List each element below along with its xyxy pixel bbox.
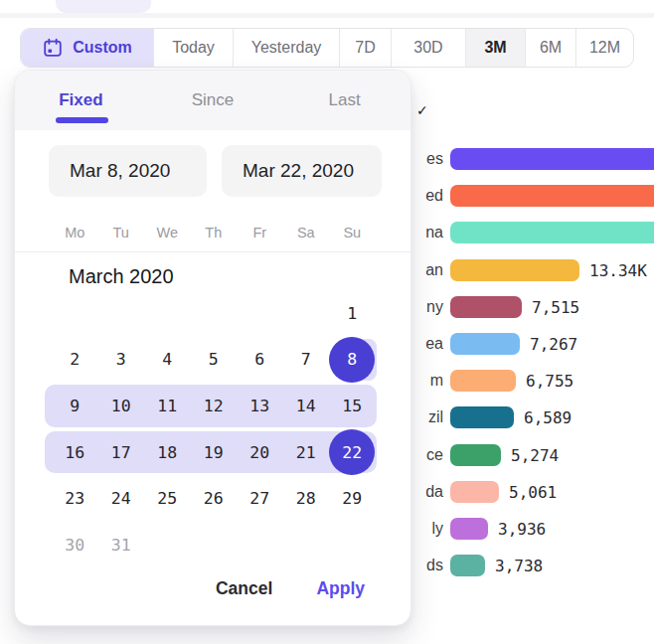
range-preset-30d[interactable]: 30D — [392, 29, 466, 67]
day-cell-22[interactable]: 22 — [329, 429, 376, 476]
calendar-icon — [42, 37, 64, 59]
day-cell-5[interactable]: 5 — [191, 337, 238, 384]
bar-zil[interactable] — [450, 406, 514, 428]
chart-row: zil6,589 — [417, 406, 654, 428]
bar-value: 6,755 — [526, 370, 573, 392]
day-cell-7[interactable]: 7 — [283, 337, 330, 384]
chart-row: ds3,738 — [417, 555, 654, 576]
day-cell-12[interactable]: 12 — [191, 383, 238, 429]
chart-row: ny7,515 — [417, 296, 654, 318]
bar-value: 13.34K — [589, 259, 647, 281]
day-cell-25[interactable]: 25 — [144, 475, 191, 522]
weekday-label: Th — [191, 225, 238, 241]
day-cell-13[interactable]: 13 — [237, 383, 283, 429]
bar-value: 7,515 — [532, 296, 579, 318]
day-cell-10[interactable]: 10 — [98, 383, 145, 429]
weekday-label: Sa — [283, 225, 330, 241]
day-cell-2[interactable]: 2 — [52, 337, 98, 384]
active-tab-underline — [56, 117, 108, 123]
weekday-label: Fr — [237, 225, 283, 241]
range-preset-custom[interactable]: Custom — [21, 29, 154, 67]
bar-value: 5,274 — [511, 444, 559, 466]
bar-m[interactable] — [450, 370, 516, 392]
range-preset-label: 12M — [589, 39, 620, 57]
range-preset-label: 6M — [540, 39, 562, 57]
chart-row: ce5,274 — [417, 444, 654, 466]
bar-an[interactable] — [450, 259, 579, 281]
day-cell-18[interactable]: 18 — [144, 429, 191, 476]
day-cell-14[interactable]: 14 — [283, 383, 330, 429]
weekday-label: Su — [329, 225, 376, 241]
day-cell-4[interactable]: 4 — [144, 337, 191, 384]
day-cell-1[interactable]: 1 — [329, 290, 376, 337]
bar-ea[interactable] — [450, 333, 520, 355]
popup-footer: Cancel Apply — [216, 578, 365, 599]
bar-ed[interactable] — [450, 185, 654, 207]
day-cell-20[interactable]: 20 — [237, 429, 283, 476]
empty-cell — [283, 522, 330, 568]
bar-label: ea — [417, 333, 443, 355]
weekday-label: Mo — [52, 225, 98, 241]
day-cell-19[interactable]: 19 — [191, 429, 238, 476]
day-cell-16[interactable]: 16 — [52, 429, 98, 476]
bar-na[interactable] — [450, 222, 654, 243]
day-cell-30[interactable]: 30 — [52, 522, 98, 568]
range-preset-12m[interactable]: 12M — [576, 29, 633, 67]
day-cell-27[interactable]: 27 — [237, 475, 283, 522]
bar-label: es — [417, 148, 443, 170]
day-cell-8[interactable]: 8 — [329, 337, 376, 384]
bar-es[interactable] — [450, 148, 654, 170]
calendar-week: 16171819202122 — [52, 429, 376, 476]
range-preset-3m[interactable]: 3M — [466, 29, 526, 67]
tab-last[interactable]: Last — [278, 71, 410, 130]
start-date-input[interactable]: Mar 8, 2020 — [49, 145, 207, 197]
day-cell-6[interactable]: 6 — [237, 337, 283, 384]
bar-ds[interactable] — [450, 555, 485, 576]
empty-cell — [98, 290, 145, 337]
range-preset-label: Today — [172, 39, 215, 57]
calendar-week: 23242526272829 — [52, 475, 376, 522]
cancel-button[interactable]: Cancel — [216, 578, 272, 599]
range-preset-6m[interactable]: 6M — [526, 29, 576, 67]
weekday-header: MoTuWeThFrSaSu — [52, 225, 376, 241]
day-cell-21[interactable]: 21 — [283, 429, 330, 476]
bar-da[interactable] — [450, 481, 499, 503]
bar-value: 3,936 — [498, 518, 546, 540]
chart-row: ly3,936 — [417, 518, 654, 540]
chart-row: ea7,267 — [417, 333, 654, 355]
end-date-input[interactable]: Mar 22, 2020 — [222, 145, 382, 197]
bar-value: 3,738 — [495, 555, 543, 576]
chart-row: m6,755 — [417, 370, 654, 392]
bar-label: ds — [417, 555, 443, 576]
bar-ly[interactable] — [450, 518, 488, 540]
day-cell-23[interactable]: 23 — [52, 475, 98, 522]
range-preset-7d[interactable]: 7D — [340, 29, 392, 67]
range-preset-yesterday[interactable]: Yesterday — [234, 29, 340, 67]
bar-label: ly — [417, 518, 443, 540]
empty-cell — [237, 522, 283, 568]
day-cell-3[interactable]: 3 — [98, 337, 145, 384]
day-cell-26[interactable]: 26 — [191, 475, 238, 522]
range-preset-label: 3M — [484, 39, 506, 57]
bar-value: 6,589 — [524, 406, 572, 428]
bar-ce[interactable] — [450, 444, 501, 466]
day-cell-11[interactable]: 11 — [144, 383, 191, 429]
apply-button[interactable]: Apply — [316, 578, 365, 599]
chart-row: an13.34K — [417, 259, 654, 281]
day-cell-17[interactable]: 17 — [98, 429, 145, 476]
range-preset-label: Yesterday — [251, 39, 322, 57]
day-cell-28[interactable]: 28 — [283, 475, 330, 522]
weekday-label: Tu — [98, 225, 145, 241]
bar-label: ny — [417, 296, 443, 318]
empty-cell — [191, 290, 238, 337]
day-cell-24[interactable]: 24 — [98, 475, 145, 522]
range-preset-label: Custom — [73, 39, 132, 57]
tab-since[interactable]: Since — [147, 71, 279, 130]
day-cell-29[interactable]: 29 — [329, 475, 376, 522]
bar-ny[interactable] — [450, 296, 522, 318]
date-picker-tabs: FixedSinceLast — [15, 71, 410, 130]
day-cell-9[interactable]: 9 — [52, 383, 98, 429]
day-cell-31[interactable]: 31 — [98, 522, 145, 568]
range-preset-today[interactable]: Today — [154, 29, 234, 67]
day-cell-15[interactable]: 15 — [329, 383, 376, 429]
